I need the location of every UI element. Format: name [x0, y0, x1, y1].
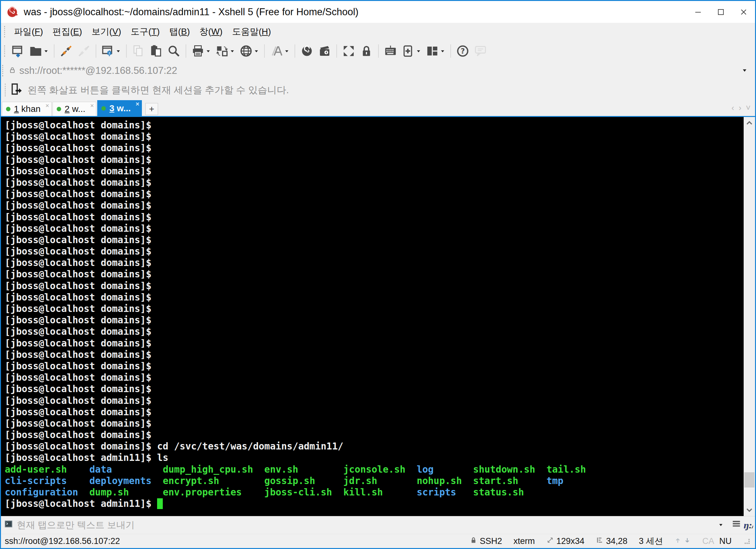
- tile-layout-button[interactable]: [423, 43, 448, 59]
- dropdown-caret-icon[interactable]: [415, 48, 421, 54]
- menu-item-v[interactable]: 보기(V): [87, 24, 126, 39]
- info-bar-grip-handle[interactable]: [5, 84, 7, 96]
- dropdown-caret-icon[interactable]: [439, 48, 445, 54]
- print-button[interactable]: [189, 43, 213, 59]
- status-scroll-arrows: [674, 536, 691, 546]
- status-right-items: SSH2 xterm 129x34 34,28 3 세션 CA NU: [470, 535, 751, 547]
- toolbar-separator: [378, 44, 379, 58]
- menu-item-b[interactable]: 탭(B): [164, 24, 194, 39]
- xftp-button[interactable]: [316, 43, 334, 59]
- connected-dot-icon: [101, 106, 106, 111]
- close-button[interactable]: [732, 1, 755, 23]
- terminal-line: [jboss@localhost domains]$: [5, 406, 744, 418]
- terminal-line: [jboss@localhost domains]$: [5, 257, 744, 268]
- tab-scroll-right-icon[interactable]: ›: [739, 103, 741, 113]
- menu-item-t[interactable]: 도구(T): [126, 24, 164, 39]
- dropdown-caret-icon[interactable]: [229, 48, 235, 54]
- add-session-arrow-icon[interactable]: [10, 83, 28, 98]
- status-connection-url: ssh://root@192.168.56.107:22: [5, 536, 120, 546]
- terminal-line: [jboss@localhost domains]$: [5, 211, 744, 223]
- terminal-output[interactable]: [jboss@localhost domains]$[jboss@localho…: [1, 117, 744, 516]
- session-tab-3[interactable]: 3 w...×: [97, 100, 142, 116]
- font-icon: [270, 44, 283, 58]
- font-button[interactable]: [268, 43, 292, 59]
- address-bar[interactable]: ssh://root:******@192.168.56.107:22: [1, 61, 755, 80]
- resize-grip-icon[interactable]: [743, 537, 751, 545]
- dropdown-caret-icon[interactable]: [253, 48, 259, 54]
- session-tab-2[interactable]: 2 w...×: [53, 102, 96, 116]
- new-tab-button[interactable]: +: [145, 103, 158, 115]
- scroll-down-icon[interactable]: [744, 504, 755, 516]
- copy-icon: [132, 44, 145, 58]
- terminal-line: [jboss@localhost domains]$: [5, 246, 744, 257]
- session-properties-button[interactable]: [99, 43, 123, 59]
- terminal-line: [jboss@localhost domains]$: [5, 200, 744, 211]
- toolbar-grip-handle[interactable]: [4, 45, 7, 57]
- web-browser-button[interactable]: [237, 43, 261, 59]
- tab-list-dropdown-icon[interactable]: ˅: [746, 103, 751, 113]
- menu-item-e[interactable]: 편집(E): [48, 24, 87, 39]
- minimize-button[interactable]: [687, 1, 709, 23]
- terminal-line: [jboss@localhost domains]$: [5, 338, 744, 349]
- address-bar-grip-handle[interactable]: [2, 65, 5, 76]
- arrow-down-icon[interactable]: [684, 536, 691, 546]
- arrow-up-icon[interactable]: [674, 536, 681, 546]
- tab-scroll-left-icon[interactable]: ‹: [731, 103, 734, 113]
- lock-screen-button[interactable]: [358, 43, 375, 59]
- tab-close-icon[interactable]: ×: [136, 101, 139, 107]
- tab-label: 3 w...: [109, 103, 130, 113]
- find-button[interactable]: [165, 43, 183, 59]
- xshell-app-icon: [6, 5, 19, 19]
- terminal-line: [jboss@localhost domains]$: [5, 383, 744, 395]
- feedback-icon: [474, 44, 487, 58]
- scroll-up-icon[interactable]: [744, 117, 755, 129]
- terminal-line: [jboss@localhost domains]$: [5, 280, 744, 292]
- menu-item-h[interactable]: 도움말(H): [227, 24, 276, 39]
- new-session-button[interactable]: [9, 43, 27, 59]
- terminal-line: [jboss@localhost domains]$: [5, 418, 744, 429]
- xshell-button[interactable]: [298, 43, 316, 59]
- terminal-area[interactable]: [jboss@localhost domains]$[jboss@localho…: [1, 116, 755, 516]
- window-controls: [687, 1, 755, 23]
- status-bar: ssh://root@192.168.56.107:22 SSH2 xterm …: [1, 534, 755, 548]
- terminal-scrollbar[interactable]: [744, 117, 755, 516]
- new-session-icon: [11, 44, 25, 58]
- file-transfer-button[interactable]: [213, 43, 237, 59]
- keyboard-indicators: CA NU: [702, 536, 732, 546]
- terminal-line: [jboss@localhost domains]$: [5, 165, 744, 177]
- address-input[interactable]: ssh://root:******@192.168.56.107:22: [19, 65, 177, 76]
- toolbar-separator: [54, 44, 54, 58]
- send-text-input[interactable]: 현재 탭으로만 텍스트 보내기: [17, 519, 135, 532]
- fullscreen-icon: [342, 44, 355, 58]
- dropdown-caret-icon[interactable]: [115, 48, 121, 54]
- address-dropdown-icon[interactable]: [741, 65, 748, 76]
- new-tab-button[interactable]: [399, 43, 423, 59]
- paste-button[interactable]: [147, 43, 165, 59]
- send-mode-dropdown-icon[interactable]: [718, 520, 724, 530]
- xshell-window: was - jboss@localhost:~/domains/admin11 …: [0, 0, 756, 549]
- menu-bar: 파일(F)편집(E)보기(V)도구(T)탭(B)창(W)도움말(H): [1, 23, 755, 41]
- dropdown-caret-icon[interactable]: [205, 48, 211, 54]
- num-lock-indicator: NU: [719, 536, 732, 546]
- tab-close-icon[interactable]: ×: [90, 102, 94, 109]
- terminal-line: [jboss@localhost domains]$: [5, 142, 744, 154]
- connect-button[interactable]: [57, 43, 75, 59]
- status-terminal-type: xterm: [513, 536, 535, 546]
- tab-close-icon[interactable]: ×: [45, 102, 49, 109]
- send-target-icon[interactable]: [4, 520, 17, 531]
- menu-item-f[interactable]: 파일(F): [9, 24, 48, 39]
- open-folder-button[interactable]: [27, 43, 51, 59]
- session-tab-1[interactable]: 1 khan×: [2, 102, 52, 116]
- dropdown-caret-icon[interactable]: [42, 48, 49, 54]
- scrollbar-thumb[interactable]: [744, 472, 754, 488]
- terminal-line: [jboss@localhost domains]$: [5, 395, 744, 406]
- virtual-keyboard-button[interactable]: [382, 43, 399, 59]
- toolbar-separator: [450, 44, 451, 58]
- menu-item-w[interactable]: 창(W): [195, 24, 227, 39]
- menu-grip-handle[interactable]: [4, 26, 7, 37]
- fullscreen-button[interactable]: [340, 43, 358, 59]
- send-menu-icon[interactable]: [731, 519, 742, 532]
- help-button[interactable]: ?: [454, 43, 472, 59]
- maximize-button[interactable]: [709, 1, 732, 23]
- dropdown-caret-icon[interactable]: [283, 48, 289, 54]
